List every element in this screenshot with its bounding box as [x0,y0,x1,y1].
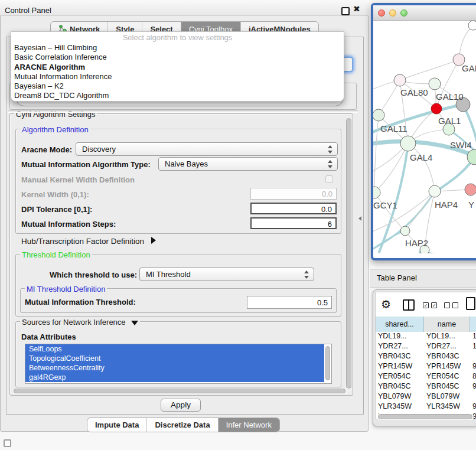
kernel-width-field[interactable]: 0.0 [250,188,337,200]
network-node[interactable] [400,226,410,236]
table-cell: 12 [472,342,476,350]
mi-type-label: Mutual Information Algorithm Type: [21,160,151,169]
bottom-tab-bar: Impute DataDiscretize DataInfer Network [87,418,280,432]
hub-definition-label: Hub/Transcription Factor Definition [21,237,144,246]
mi-steps-field[interactable]: 6 [250,217,337,229]
node-label-gcy1: GCY1 [373,200,397,210]
table-cell: YDL19... [378,332,424,340]
apply-button[interactable]: Apply [161,399,201,412]
dock-panel-icon[interactable] [4,439,11,447]
settings-gear-icon[interactable]: ⚙ [381,298,391,311]
column-header-name[interactable]: name [424,317,470,332]
table-cell: 9. [472,402,476,410]
settings-vertical-scrollbar[interactable] [345,116,352,392]
dpi-tolerance-field[interactable]: 0.0 [250,203,337,214]
which-threshold-value: MI Threshold [146,270,191,279]
aracne-mode-value: Discovery [82,145,116,154]
stepper-arrows-icon [304,270,309,279]
split-columns-icon[interactable] [403,299,415,311]
manual-kernel-checkbox[interactable] [325,175,333,183]
network-edge [408,144,435,191]
table-row[interactable]: YPR145WYPR145W9. [376,362,476,372]
table-cell: YBR045C [378,382,424,390]
select-checkboxes-icon[interactable]: ✓ [431,302,437,308]
zoom-traffic-light-icon[interactable] [400,9,407,17]
dropdown-item-basic-correlation-inference[interactable]: Basic Correlation Inference [11,53,344,62]
hub-definition-expander[interactable]: Hub/Transcription Factor Definition [21,237,156,246]
stepper-arrows-icon [328,145,332,154]
attribute-item-betweennesscentrality[interactable]: BetweennessCentrality [25,363,324,373]
table-cell: 13 [472,332,476,340]
node-label-hap2: HAP2 [405,238,428,248]
mi-threshold-title: MI Threshold Definition [25,285,107,294]
close-icon[interactable]: ✖ [353,4,360,14]
table-row[interactable]: YDR27...YDR27...12 [376,342,476,352]
network-node[interactable] [429,185,441,197]
dropdown-item-bayesian-hill-climbing[interactable]: Bayesian – Hill Climbing [11,43,344,53]
attribute-item-topologicalcoefficient[interactable]: TopologicalCoefficient [25,354,324,363]
mi-threshold-label: Mutual Information Threshold: [25,298,136,306]
manual-kernel-label: Manual Kernel Width Definition [21,175,135,184]
bottom-tab-discretize-data[interactable]: Discretize Data [146,418,217,432]
network-node[interactable] [431,103,442,114]
minimize-traffic-light-icon[interactable] [389,9,396,17]
network-node[interactable] [468,21,476,30]
table-cell: YER054C [426,372,470,380]
aracne-mode-select[interactable]: Discovery [76,142,338,156]
network-node[interactable] [373,109,384,121]
table-row[interactable]: YBR045CYBR045C9. [376,382,476,392]
attribute-list-scrollbar[interactable] [325,345,331,383]
bottom-tab-impute-data[interactable]: Impute Data [87,418,146,432]
network-node[interactable] [400,136,416,151]
application-window: Control Panel ✖ NetworkStyleSelectCyni T… [0,0,476,450]
close-traffic-light-icon[interactable] [378,9,385,17]
node-label-swi4: SWI4 [450,140,472,150]
kernel-width-label: Kernel Width (0,1): [21,190,89,199]
deselect-checkboxes-icon[interactable] [452,302,458,308]
bottom-tab-infer-network[interactable]: Infer Network [218,418,279,432]
which-threshold-select[interactable]: MI Threshold [139,268,314,281]
deselect-checkboxes-icon[interactable] [444,302,450,308]
attribute-item-gal4rgexp[interactable]: gal4RGexp [25,373,324,382]
network-node[interactable] [465,184,476,195]
sources-title[interactable]: Sources for Network Inference [20,318,140,327]
table-row[interactable]: YDL19...YDL19...13 [376,332,476,342]
dropdown-item-bayesian-k2[interactable]: Bayesian – K2 [11,81,344,91]
settings-horizontal-scrollbar[interactable] [12,388,350,394]
network-node[interactable] [394,74,406,86]
network-node[interactable] [373,187,380,198]
table-row[interactable]: YLR345WYLR345W9. [376,402,476,412]
node-label-gal10: GAL10 [436,92,464,102]
select-checkboxes-icon[interactable]: ✓ [423,302,429,308]
divider-collapse-icon[interactable] [358,216,361,221]
document-icon[interactable] [466,297,475,310]
table-cell: YDR27... [426,342,470,350]
network-edge [373,231,405,252]
table-horizontal-scrollbar[interactable] [377,413,474,420]
table-row[interactable]: YBR043CYBR043C [376,352,476,362]
mi-steps-label: Mutual Information Steps: [21,220,116,229]
table-row[interactable]: YBL079WYBL079W [376,392,476,402]
network-node[interactable] [429,78,441,90]
column-header-col3[interactable] [470,317,476,332]
table-row[interactable]: YER054CYER054C8. [376,372,476,382]
network-window-titlebar[interactable] [373,5,476,21]
network-canvas[interactable]: GALGAL80GAL10GAL1GAL11SWI4GAL4GCY1HAP4YH… [373,21,476,253]
mi-threshold-field[interactable]: 0.5 [247,296,332,309]
attribute-item-selfloops[interactable]: SelfLoops [25,344,324,354]
dropdown-item-mutual-information-inference[interactable]: Mutual Information Inference [11,72,344,81]
table-cell: YDL19... [426,332,470,340]
control-panel-titlebar [0,0,369,16]
network-edge [374,144,408,193]
dropdown-item-list: Bayesian – Hill ClimbingBasic Correlatio… [11,43,344,101]
attribute-list[interactable]: SelfLoopsTopologicalCoefficientBetweenne… [25,344,332,384]
dropdown-item-aracne-algorithm[interactable]: ARACNE Algorithm [11,63,344,72]
node-label-gal: GAL [462,63,476,73]
mi-type-select[interactable]: Naive Bayes [158,157,338,171]
dropdown-item-dream8-dc-tdc-algorithm[interactable]: Dream8 DC_TDC Algorithm [11,91,344,100]
table-panel-title: Table Panel [377,273,417,282]
node-label-gal80: GAL80 [400,87,428,97]
column-header-shared[interactable]: shared... [376,317,424,332]
float-panel-icon[interactable] [341,7,350,15]
table-cell: YBR045C [426,382,470,390]
